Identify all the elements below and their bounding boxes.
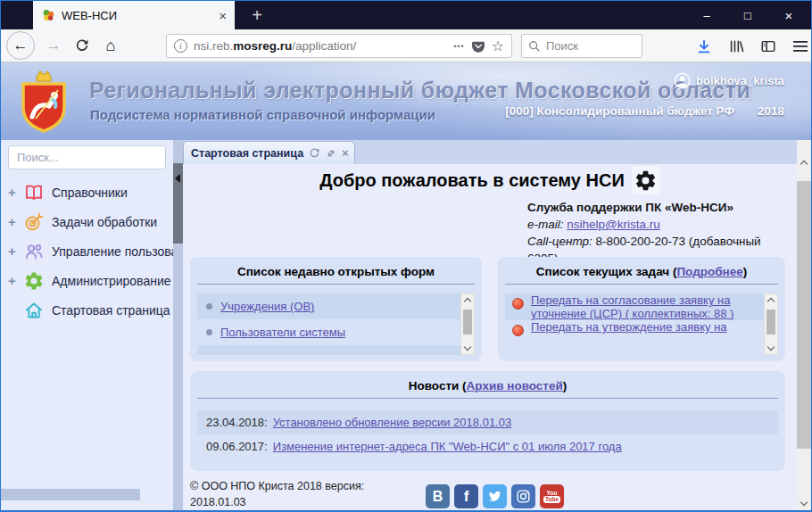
- vk-icon[interactable]: В: [426, 484, 450, 508]
- scroll-down-icon[interactable]: [767, 343, 775, 351]
- address-bar[interactable]: i nsi.reb.mosreg.ru/application/ ••• ☆: [166, 34, 512, 58]
- new-tab-button[interactable]: +: [242, 1, 272, 29]
- news-title-suffix: ): [563, 379, 568, 392]
- close-button[interactable]: ×: [768, 1, 809, 29]
- scrollbar-thumb[interactable]: [766, 310, 775, 334]
- task-item[interactable]: Передать на утверждение заявку на: [505, 320, 778, 336]
- sidebar-item-label: Администрирование: [52, 274, 171, 288]
- site-info-icon[interactable]: i: [174, 39, 187, 53]
- support-email-link[interactable]: nsihelp@krista.ru: [567, 218, 660, 231]
- user-avatar-icon: [674, 72, 691, 89]
- expand-plus-icon[interactable]: +: [8, 244, 23, 259]
- forward-button[interactable]: →: [40, 29, 67, 62]
- search-input[interactable]: [546, 39, 626, 53]
- youtube-label-bottom: Tube: [543, 496, 560, 503]
- sidebar-item-administrirovanie[interactable]: + Администрирование: [1, 266, 173, 295]
- scrollbar-thumb[interactable]: [463, 310, 472, 334]
- facebook-icon[interactable]: f: [454, 484, 478, 508]
- back-button[interactable]: ←: [6, 31, 35, 60]
- twitter-icon[interactable]: [483, 484, 507, 508]
- sidebar-menu: + Справочники + Задачи обработки + Управ…: [1, 178, 173, 325]
- copyright-line1: © ООО НПО Криста 2018 версия:: [190, 478, 364, 494]
- tasks-scrollbar[interactable]: [764, 293, 778, 355]
- library-icon[interactable]: [724, 35, 749, 58]
- browser-tab[interactable]: WEB-НСИ ×: [33, 1, 235, 29]
- budget-year[interactable]: 2018: [758, 104, 784, 118]
- page-actions-icon[interactable]: •••: [453, 42, 464, 51]
- task-item[interactable]: Передать на согласование заявку на уточн…: [505, 293, 778, 320]
- expand-plus-icon[interactable]: +: [8, 273, 23, 288]
- tasks-more-link[interactable]: Подробнее: [676, 265, 742, 278]
- sidebar: + Справочники + Задачи обработки + Управ…: [1, 140, 173, 510]
- expand-plus-icon[interactable]: +: [8, 185, 23, 200]
- news-archive-link[interactable]: Архив новостей: [467, 379, 563, 392]
- task-link[interactable]: Передать на утверждение заявку на: [531, 320, 727, 336]
- scroll-up-icon[interactable]: [464, 298, 471, 305]
- tab-close-icon[interactable]: ×: [219, 8, 227, 23]
- task-link[interactable]: Передать на согласование заявку на уточн…: [531, 293, 760, 320]
- page-scrollbar-thumb[interactable]: [797, 181, 811, 449]
- scroll-up-icon[interactable]: [767, 298, 775, 305]
- sidebar-search-input[interactable]: [8, 145, 166, 169]
- sidebars-icon[interactable]: [756, 35, 781, 58]
- maximize-button[interactable]: □: [727, 1, 768, 29]
- recent-form-link[interactable]: Учреждения (ОВ): [220, 300, 314, 313]
- budget-name[interactable]: [000] Консолидированный бюджет РФ: [505, 104, 734, 118]
- reload-button[interactable]: [69, 29, 95, 62]
- user-menu[interactable]: bolkhova_krista: [674, 72, 784, 89]
- youtube-icon[interactable]: You Tube: [540, 484, 564, 508]
- recent-form-link[interactable]: Пользователи системы: [220, 326, 345, 339]
- username: bolkhova_krista: [696, 74, 784, 87]
- recent-forms-scrollbar[interactable]: [460, 293, 475, 355]
- tab-expand-icon[interactable]: [326, 148, 336, 159]
- bookmark-star-icon[interactable]: ☆: [492, 37, 504, 54]
- site-title: Региональный электронный бюджет Московск…: [89, 78, 750, 103]
- welcome-block: Добро пожаловать в систему НСИ: [183, 166, 797, 194]
- sidebar-scrollbar[interactable]: [173, 140, 183, 510]
- copyright-line2: 2018.01.03: [190, 494, 364, 510]
- tab-close-icon[interactable]: ×: [342, 146, 349, 160]
- sidebar-item-upravlenie-polzovatelyami[interactable]: + Управление пользователями: [1, 236, 173, 266]
- menu-hamburger-icon[interactable]: [788, 35, 812, 58]
- sidebar-horizontal-scrollbar[interactable]: [1, 489, 140, 500]
- list-item[interactable]: Учреждения (ОВ): [197, 293, 475, 319]
- task-bullet-icon: [512, 298, 524, 310]
- bullet-icon: [206, 329, 212, 335]
- sidebar-item-spravochniki[interactable]: + Справочники: [1, 178, 173, 207]
- current-tasks-panel: Список текущих задач (Подробнее) Передат…: [498, 257, 785, 361]
- url-text[interactable]: nsi.reb.mosreg.ru/application/: [194, 39, 447, 53]
- settings-gear-button[interactable]: [632, 166, 660, 194]
- expand-plus-icon[interactable]: +: [8, 214, 23, 229]
- news-title: Новости (Архив новостей): [190, 371, 785, 392]
- recent-forms-panel: Список недавно открытых форм Учреждения …: [190, 257, 482, 361]
- support-email-line: e-mail: nsihelp@krista.ru: [527, 216, 791, 233]
- sidebar-item-startovaya-stranica[interactable]: Стартовая страница: [1, 295, 173, 325]
- sidebar-item-zadachi-obrabotki[interactable]: + Задачи обработки: [1, 207, 173, 236]
- recent-forms-title: Список недавно открытых форм: [190, 257, 482, 278]
- search-bar[interactable]: [521, 34, 642, 58]
- content-tab-start-page[interactable]: Стартовая страница ×: [183, 141, 355, 164]
- budget-context: [000] Консолидированный бюджет РФ 2018: [505, 104, 784, 118]
- instagram-icon[interactable]: [511, 484, 535, 508]
- sidebar-item-label: Задачи обработки: [52, 215, 157, 229]
- page-scrollbar[interactable]: [797, 140, 811, 510]
- scroll-up-icon[interactable]: [800, 161, 808, 168]
- list-item[interactable]: [197, 345, 475, 355]
- scroll-down-icon[interactable]: [464, 343, 471, 351]
- divider: [505, 284, 778, 285]
- minimize-button[interactable]: –: [686, 1, 727, 29]
- home-button[interactable]: ⌂: [97, 29, 124, 62]
- news-link[interactable]: Изменение интернет-адреса ПК "Web-НСИ" с…: [273, 440, 622, 453]
- news-link[interactable]: Установлено обновление версии 2018.01.03: [273, 416, 512, 429]
- sidebar-collapse-icon[interactable]: [175, 174, 180, 183]
- welcome-title: Добро пожаловать в систему НСИ: [319, 170, 625, 191]
- news-item: 09.06.2017:Изменение интернет-адреса ПК …: [197, 434, 778, 458]
- list-item[interactable]: Пользователи системы: [197, 319, 475, 345]
- moscow-region-coat-of-arms: [11, 69, 77, 138]
- tab-refresh-icon[interactable]: [309, 147, 320, 159]
- download-icon[interactable]: [692, 35, 717, 58]
- pocket-icon[interactable]: [471, 39, 485, 54]
- bullet-icon: [206, 303, 212, 310]
- sidebar-scrollbar-thumb[interactable]: [173, 163, 183, 244]
- scroll-down-icon[interactable]: [800, 499, 808, 506]
